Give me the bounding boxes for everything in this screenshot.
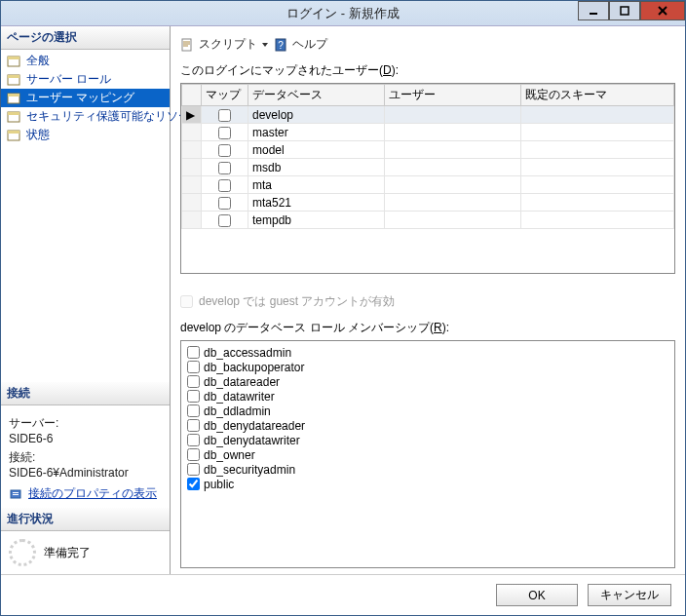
table-row[interactable]: model (182, 141, 674, 159)
page-icon (7, 129, 22, 142)
script-label: スクリプト (199, 36, 257, 53)
schema-cell (521, 212, 674, 229)
schema-cell (521, 176, 674, 194)
page-item-status[interactable]: 状態 (1, 126, 170, 144)
connection-props-link[interactable]: 接続のプロパティの表示 (28, 485, 157, 502)
help-icon: ? (274, 37, 289, 53)
table-row[interactable]: tempdb (182, 212, 674, 229)
page-item-label: ユーザー マッピング (26, 90, 134, 106)
svg-rect-7 (8, 75, 19, 78)
page-item-securables[interactable]: セキュリティ保護可能なリソース (1, 107, 170, 126)
page-item-general[interactable]: 全般 (1, 52, 170, 70)
user-cell (385, 212, 521, 229)
role-item[interactable]: db_denydatawriter (187, 433, 668, 447)
map-checkbox[interactable] (218, 179, 231, 192)
right-pane: スクリプト ? ヘルプ このログインにマップされたユーザー(D): (171, 26, 685, 574)
role-checkbox[interactable] (187, 361, 200, 373)
role-item[interactable]: db_owner (187, 447, 668, 462)
col-user[interactable]: ユーザー (385, 85, 521, 106)
role-item[interactable]: db_datareader (187, 374, 668, 389)
schema-cell (521, 124, 674, 141)
close-button[interactable] (640, 1, 685, 20)
col-map[interactable]: マップ (202, 85, 248, 106)
table-row[interactable]: master (182, 124, 674, 141)
page-item-label: サーバー ロール (26, 71, 111, 88)
role-item[interactable]: db_denydatareader (187, 418, 668, 433)
cancel-button[interactable]: キャンセル (588, 584, 671, 606)
role-name: db_datawriter (204, 390, 275, 404)
row-header (182, 176, 202, 194)
role-item[interactable]: public (187, 477, 668, 491)
connection-props-icon (9, 486, 24, 502)
role-name: db_denydatawriter (204, 434, 300, 447)
ok-button[interactable]: OK (496, 584, 578, 606)
schema-cell (521, 141, 674, 159)
db-cell: msdb (248, 159, 385, 176)
table-row[interactable]: ▶develop (182, 106, 674, 124)
user-cell (385, 106, 521, 124)
db-cell: tempdb (248, 212, 385, 229)
maximize-button[interactable] (609, 1, 640, 20)
role-checkbox[interactable] (187, 434, 200, 446)
table-row[interactable]: mta (182, 176, 674, 194)
map-checkbox[interactable] (218, 197, 231, 210)
page-icon (7, 92, 22, 105)
role-checkbox[interactable] (187, 463, 200, 476)
help-button[interactable]: ? ヘルプ (274, 36, 327, 53)
svg-text:?: ? (278, 40, 284, 51)
row-header-corner (182, 85, 202, 106)
user-cell (385, 124, 521, 141)
col-schema[interactable]: 既定のスキーマ (521, 85, 674, 106)
role-name: db_owner (204, 448, 255, 462)
table-row[interactable]: msdb (182, 159, 674, 176)
script-dropdown[interactable]: スクリプト (180, 36, 268, 53)
progress-header: 進行状況 (1, 508, 170, 531)
svg-rect-16 (13, 494, 19, 495)
page-icon (7, 55, 22, 68)
login-new-window: ログイン - 新規作成 ページの選択 全般 サーバー ロール ユーザー (0, 0, 686, 616)
role-checkbox[interactable] (187, 346, 200, 359)
user-mapping-table[interactable]: マップ データベース ユーザー 既定のスキーマ ▶developmastermo… (180, 83, 675, 274)
role-checkbox[interactable] (187, 478, 200, 490)
conn-label: 接続: (9, 449, 162, 466)
svg-rect-5 (8, 57, 19, 59)
role-item[interactable]: db_securityadmin (187, 462, 668, 477)
progress-ring-icon (9, 539, 36, 566)
role-checkbox[interactable] (187, 375, 200, 388)
role-checkbox[interactable] (187, 404, 200, 417)
role-checkbox[interactable] (187, 448, 200, 461)
page-icon (7, 73, 22, 87)
chevron-down-icon (262, 43, 268, 47)
db-cell: develop (248, 106, 385, 124)
left-pane: ページの選択 全般 サーバー ロール ユーザー マッピング セキュリティ保護可能… (1, 26, 171, 574)
roles-label: develop のデータベース ロール メンバーシップ(R): (180, 320, 675, 336)
db-cell: model (248, 141, 385, 159)
role-item[interactable]: db_datawriter (187, 389, 668, 404)
role-item[interactable]: db_ddladmin (187, 404, 668, 418)
role-item[interactable]: db_backupoperator (187, 360, 668, 374)
page-item-user-mapping[interactable]: ユーザー マッピング (1, 89, 170, 107)
user-cell (385, 141, 521, 159)
map-checkbox[interactable] (218, 162, 231, 174)
map-checkbox[interactable] (218, 214, 231, 227)
user-cell (385, 159, 521, 176)
user-cell (385, 176, 521, 194)
map-checkbox[interactable] (218, 109, 231, 122)
col-database[interactable]: データベース (248, 85, 385, 106)
role-name: db_securityadmin (204, 463, 295, 477)
row-header: ▶ (182, 106, 202, 124)
schema-cell (521, 106, 674, 124)
page-item-server-roles[interactable]: サーバー ロール (1, 70, 170, 89)
svg-rect-11 (8, 112, 19, 115)
page-item-label: 状態 (26, 127, 50, 143)
server-label: サーバー: (9, 415, 162, 432)
role-item[interactable]: db_accessadmin (187, 345, 668, 360)
role-checkbox[interactable] (187, 419, 200, 432)
roles-list[interactable]: db_accessadmindb_backupoperatordb_datare… (180, 340, 675, 568)
map-checkbox[interactable] (218, 144, 231, 157)
map-checkbox[interactable] (218, 127, 231, 139)
role-checkbox[interactable] (187, 390, 200, 403)
minimize-button[interactable] (578, 1, 609, 20)
role-name: db_backupoperator (204, 361, 304, 374)
table-row[interactable]: mta521 (182, 194, 674, 212)
